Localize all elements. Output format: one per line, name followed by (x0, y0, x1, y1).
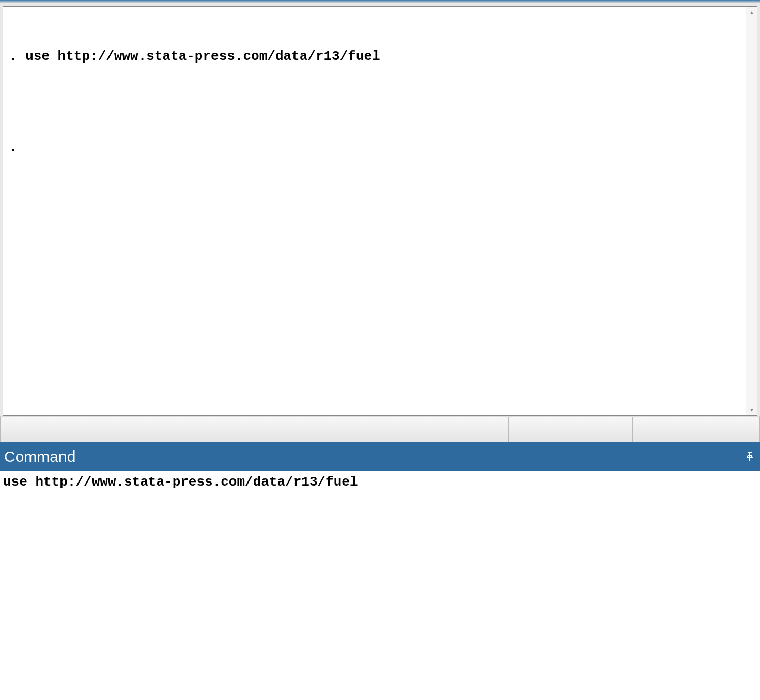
results-content: . use http://www.stata-press.com/data/r1… (3, 7, 746, 415)
status-segment (633, 417, 759, 442)
status-segment (509, 417, 633, 442)
command-input[interactable]: use http://www.stata-press.com/data/r13/… (3, 474, 757, 490)
status-bar (0, 416, 760, 442)
text-cursor (358, 474, 358, 490)
pin-icon[interactable] (743, 450, 756, 463)
command-input-text: use http://www.stata-press.com/data/r13/… (3, 474, 358, 490)
results-scrollbar[interactable]: ▴ ▾ (746, 7, 757, 415)
scroll-down-icon[interactable]: ▾ (746, 404, 757, 415)
command-panel-header[interactable]: Command (0, 442, 760, 471)
results-line: . (9, 138, 739, 157)
scroll-up-icon[interactable]: ▴ (746, 7, 757, 18)
results-panel: . use http://www.stata-press.com/data/r1… (0, 3, 760, 416)
command-input-area[interactable]: use http://www.stata-press.com/data/r13/… (0, 471, 760, 700)
scroll-track[interactable] (746, 18, 757, 404)
command-panel-title: Command (4, 448, 743, 465)
results-area[interactable]: . use http://www.stata-press.com/data/r1… (3, 6, 757, 416)
status-segment (1, 417, 509, 442)
results-line: . use http://www.stata-press.com/data/r1… (9, 47, 739, 66)
